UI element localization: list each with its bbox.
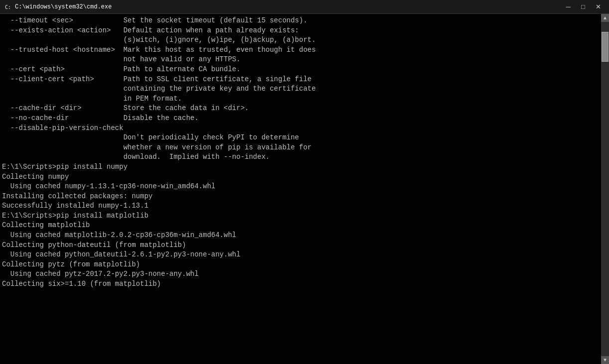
cmd-line: Installing collected packages: numpy — [2, 192, 599, 202]
scroll-up-button[interactable]: ▲ — [601, 14, 609, 22]
cmd-line: --timeout <sec> Set the socket timeout (… — [2, 16, 599, 26]
cmd-line: Collecting matplotlib — [2, 221, 599, 231]
cmd-line: --cert <path> Path to alternate CA bundl… — [2, 65, 599, 75]
cmd-line: Collecting numpy — [2, 172, 599, 182]
cmd-content[interactable]: --timeout <sec> Set the socket timeout (… — [0, 14, 601, 364]
cmd-line: --no-cache-dir Disable the cache. — [2, 114, 599, 123]
close-button[interactable]: ✕ — [591, 2, 605, 12]
title-bar-controls: ─ □ ✕ — [561, 2, 605, 12]
cmd-line: not have valid or any HTTPS. — [2, 55, 599, 65]
minimize-button[interactable]: ─ — [561, 2, 575, 12]
cmd-line: (s)witch, (i)gnore, (w)ipe, (b)ackup, (a… — [2, 35, 599, 45]
cmd-line: Using cached pytz-2017.2-py2.py3-none-an… — [2, 269, 599, 279]
cmd-line: E:\1\Scripts>pip install matplotlib — [2, 211, 599, 221]
cmd-line: Collecting six>=1.10 (from matplotlib) — [2, 279, 599, 289]
cmd-line: Using cached matplotlib-2.0.2-cp36-cp36m… — [2, 231, 599, 241]
cmd-line: Successfully installed numpy-1.13.1 — [2, 201, 599, 211]
cmd-wrapper: --timeout <sec> Set the socket timeout (… — [0, 14, 609, 364]
cmd-line: download. Implied with --no-index. — [2, 152, 599, 162]
cmd-line: --disable-pip-version-check — [2, 123, 599, 133]
cmd-line: --cache-dir <dir> Store the cache data i… — [2, 104, 599, 114]
cmd-line: Don't periodically check PyPI to determi… — [2, 133, 599, 143]
cmd-line: containing the private key and the certi… — [2, 84, 599, 94]
cmd-icon: C: — [4, 3, 12, 11]
cmd-line: Collecting pytz (from matplotlib) — [2, 260, 599, 270]
cmd-line: Using cached python_dateutil-2.6.1-py2.p… — [2, 250, 599, 260]
cmd-line: E:\1\Scripts>pip install numpy — [2, 162, 599, 172]
title-bar-left: C: C:\windows\system32\cmd.exe — [4, 3, 112, 11]
maximize-button[interactable]: □ — [576, 2, 590, 12]
scrollbar-thumb[interactable] — [602, 32, 609, 62]
title-bar-title: C:\windows\system32\cmd.exe — [15, 3, 112, 10]
title-bar: C: C:\windows\system32\cmd.exe ─ □ ✕ — [0, 0, 609, 14]
cmd-line: in PEM format. — [2, 94, 599, 104]
cmd-line: --exists-action <action> Default action … — [2, 26, 599, 36]
cmd-line: Collecting python-dateutil (from matplot… — [2, 241, 599, 250]
cmd-line: --trusted-host <hostname> Mark this host… — [2, 45, 599, 55]
cmd-line: whether a new version of pip is availabl… — [2, 143, 599, 153]
scrollbar[interactable]: ▲ ▼ — [601, 14, 609, 364]
svg-text:C:: C: — [5, 4, 11, 10]
cmd-line: Using cached numpy-1.13.1-cp36-none-win_… — [2, 182, 599, 192]
scroll-down-button[interactable]: ▼ — [601, 356, 609, 364]
window: C: C:\windows\system32\cmd.exe ─ □ ✕ --t… — [0, 0, 609, 364]
cmd-line: --client-cert <path> Path to SSL client … — [2, 75, 599, 85]
